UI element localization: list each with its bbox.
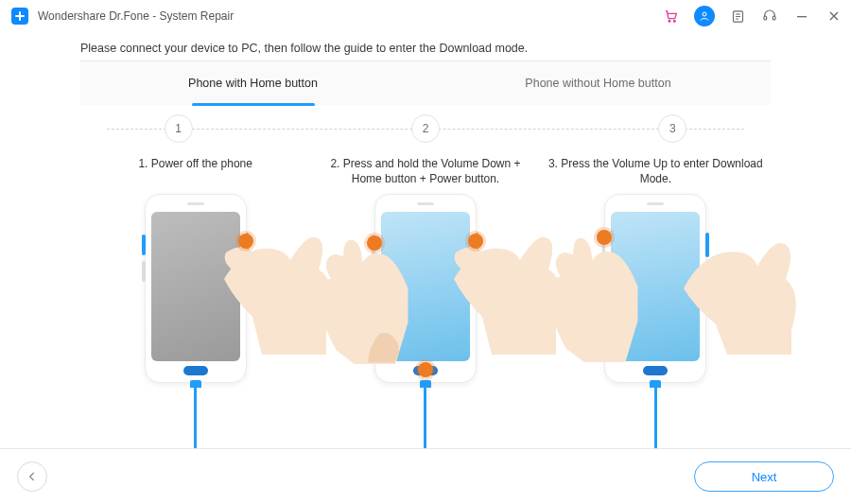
svg-point-2 xyxy=(669,20,670,22)
support-icon[interactable] xyxy=(760,7,779,26)
tab-label: Phone with Home button xyxy=(188,77,318,90)
close-button[interactable] xyxy=(825,7,843,26)
steps-row: 1. Power off the phone xyxy=(80,156,771,454)
minimize-button[interactable] xyxy=(792,7,811,26)
svg-rect-8 xyxy=(797,16,807,17)
window-controls xyxy=(662,0,843,32)
touch-dot-icon xyxy=(367,235,382,251)
app-logo-icon xyxy=(11,8,28,25)
step-circle-1: 1 xyxy=(165,114,193,143)
window-title: Wondershare Dr.Fone - System Repair xyxy=(38,9,234,23)
hand-icon xyxy=(304,213,418,364)
svg-point-4 xyxy=(703,12,706,16)
back-button[interactable] xyxy=(17,461,47,492)
hand-icon xyxy=(534,211,648,362)
step-3-illustration xyxy=(542,194,769,454)
svg-rect-1 xyxy=(15,15,25,17)
step-1-illustration xyxy=(82,194,309,454)
tab-label: Phone without Home button xyxy=(525,77,670,90)
step-circle-2: 2 xyxy=(411,114,440,143)
feedback-icon[interactable] xyxy=(728,7,747,26)
step-2: 2. Press and hold the Volume Down + Home… xyxy=(310,156,540,454)
step-1: 1. Power off the phone xyxy=(80,156,310,454)
step-3-caption: 3. Press the Volume Up to enter Download… xyxy=(541,156,771,194)
svg-point-3 xyxy=(673,20,675,22)
touch-dot-icon xyxy=(238,234,253,249)
svg-rect-7 xyxy=(773,16,775,20)
titlebar: Wondershare Dr.Fone - System Repair xyxy=(0,0,851,32)
tab-with-home[interactable]: Phone with Home button xyxy=(80,61,426,105)
step-2-illustration xyxy=(312,194,539,454)
touch-dot-icon xyxy=(418,362,433,377)
tab-without-home[interactable]: Phone without Home button xyxy=(426,61,771,105)
hand-icon xyxy=(684,203,797,355)
next-button[interactable]: Next xyxy=(694,461,834,492)
step-indicator: 1 2 3 xyxy=(80,105,771,152)
step-3: 3. Press the Volume Up to enter Download… xyxy=(541,156,771,454)
step-circle-3: 3 xyxy=(658,114,686,143)
app-window: { "title": "Wondershare Dr.Fone - System… xyxy=(0,0,851,504)
footer: Next xyxy=(0,448,851,504)
cart-icon[interactable] xyxy=(662,7,681,26)
cable-icon xyxy=(650,380,661,454)
svg-rect-6 xyxy=(764,16,767,20)
step-1-caption: 1. Power off the phone xyxy=(130,156,260,194)
tabs: Phone with Home button Phone without Hom… xyxy=(80,61,771,105)
cable-icon xyxy=(190,380,201,454)
account-icon[interactable] xyxy=(694,6,715,26)
main-content: Please connect your device to PC, then f… xyxy=(0,32,851,454)
cable-icon xyxy=(420,380,431,454)
next-label: Next xyxy=(752,470,777,484)
touch-dot-icon xyxy=(468,234,483,249)
instruction-text: Please connect your device to PC, then f… xyxy=(80,42,771,55)
step-2-caption: 2. Press and hold the Volume Down + Home… xyxy=(310,156,540,194)
